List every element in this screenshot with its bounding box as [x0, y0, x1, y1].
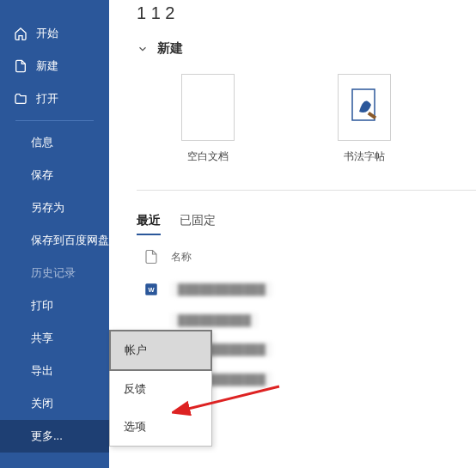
- popup-options[interactable]: 选项: [110, 408, 211, 446]
- sidebar-new[interactable]: 新建: [0, 50, 109, 82]
- svg-text:W: W: [148, 286, 155, 294]
- column-header-row: 名称: [137, 240, 476, 273]
- recent-file-1-name: ████████████: [171, 282, 272, 297]
- template-calligraphy-thumb: [338, 74, 391, 141]
- popup-feedback[interactable]: 反馈: [110, 370, 211, 408]
- divider: [137, 190, 476, 191]
- more-popup: 帐户 反馈 选项: [109, 330, 212, 447]
- new-section-title: 新建: [157, 40, 183, 57]
- tab-pinned[interactable]: 已固定: [180, 208, 216, 235]
- sidebar-saveas[interactable]: 另存为: [0, 191, 109, 224]
- sidebar-save[interactable]: 保存: [0, 159, 109, 191]
- template-blank-thumb: [181, 74, 235, 141]
- word-doc-icon: W: [143, 280, 159, 299]
- sidebar-export[interactable]: 导出: [0, 355, 109, 387]
- sidebar-divider: [15, 120, 94, 121]
- template-blank[interactable]: 空白文档: [181, 74, 235, 164]
- sidebar-close[interactable]: 关闭: [0, 387, 109, 420]
- sidebar-more[interactable]: 更多...: [0, 420, 109, 453]
- backstage-sidebar: 开始 新建 打开 信息 保存 另存为 保存到百度网盘 历史记录 打印 共享 导出…: [0, 0, 109, 468]
- recent-file-2-name: ██████████: [171, 313, 258, 328]
- calligraphy-icon: [347, 86, 381, 129]
- sidebar-start-label: 开始: [36, 26, 58, 41]
- sidebar-open[interactable]: 打开: [0, 82, 109, 115]
- sidebar-info[interactable]: 信息: [0, 126, 109, 159]
- recent-file-1[interactable]: W ████████████: [137, 273, 476, 306]
- column-name-label: 名称: [171, 250, 192, 264]
- popup-account[interactable]: 帐户: [109, 330, 212, 371]
- sidebar-new-label: 新建: [36, 58, 58, 74]
- template-list: 空白文档 书法字帖: [137, 74, 476, 164]
- sidebar-start[interactable]: 开始: [0, 17, 109, 50]
- home-icon: [14, 27, 27, 40]
- recent-tabs: 最近 已固定: [137, 208, 476, 235]
- template-calligraphy-label: 书法字帖: [344, 149, 385, 164]
- sidebar-history[interactable]: 历史记录: [0, 257, 109, 289]
- sidebar-print[interactable]: 打印: [0, 289, 109, 322]
- title-fragment: 1 1 2: [137, 3, 476, 23]
- sidebar-open-label: 打开: [36, 91, 58, 106]
- template-blank-label: 空白文档: [187, 149, 229, 164]
- document-icon: [143, 247, 159, 266]
- sidebar-save-baidu[interactable]: 保存到百度网盘: [0, 224, 109, 257]
- new-section-header[interactable]: 新建: [137, 40, 476, 57]
- folder-open-icon: [14, 92, 27, 106]
- new-doc-icon: [14, 59, 27, 73]
- sidebar-share[interactable]: 共享: [0, 322, 109, 355]
- chevron-down-icon: [137, 43, 149, 55]
- tab-recent[interactable]: 最近: [137, 208, 161, 235]
- template-calligraphy[interactable]: 书法字帖: [338, 74, 391, 164]
